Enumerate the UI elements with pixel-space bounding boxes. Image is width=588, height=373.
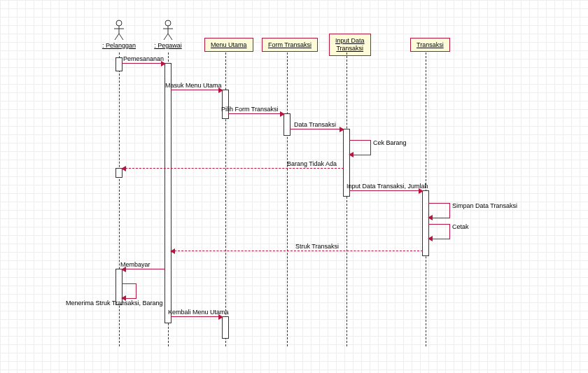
- lifeline-form: [287, 52, 288, 346]
- actor-label: : Pegawai: [147, 42, 189, 49]
- msg-menerima-struk: Menerima Struk Transaksi, Barang: [122, 283, 136, 299]
- msg-struk-transaksi: Struk Transaksi: [171, 251, 423, 251]
- msg-pilih-form-transaksi: Pilih Form Transaksi: [228, 113, 284, 114]
- sequence-diagram: : Pelanggan : Pegawai Menu Utama Form Tr…: [0, 0, 588, 373]
- msg-cek-barang: Cek Barang: [349, 140, 371, 155]
- svg-line-9: [168, 34, 172, 40]
- lifeline-input: [346, 52, 347, 346]
- activation: [422, 190, 429, 256]
- msg-cetak: Cetak: [428, 224, 450, 239]
- object-menu-utama: Menu Utama: [204, 38, 253, 52]
- actor-pegawai: : Pegawai: [147, 20, 189, 49]
- object-label-line1: Input Data: [335, 37, 365, 44]
- msg-label: Menerima Struk Transaksi, Barang: [66, 300, 163, 307]
- msg-input-data-transaksi-jumlah: Input Data Transaksi, Jumlah: [349, 190, 423, 191]
- msg-label: Barang Tidak Ada: [287, 160, 337, 167]
- msg-label: Pilih Form Transaksi: [221, 106, 279, 113]
- msg-masuk-menu-utama: Masuk Menu Utama: [171, 90, 223, 90]
- msg-label: Pemesananan: [123, 55, 164, 62]
- actor-pelanggan: : Pelanggan: [98, 20, 140, 49]
- svg-line-8: [164, 34, 168, 40]
- activation: [222, 90, 229, 119]
- object-label-line2: Transaksi: [336, 45, 363, 52]
- activation: [115, 57, 122, 71]
- stick-figure-icon: [162, 20, 174, 41]
- object-transaksi: Transaksi: [410, 38, 450, 52]
- msg-label: Cek Barang: [373, 139, 407, 146]
- msg-kembali-menu-utama: Kembali Menu Utama: [171, 316, 223, 317]
- msg-simpan-data-transaksi: Simpan Data Transaksi: [428, 203, 450, 218]
- stick-figure-icon: [113, 20, 125, 41]
- svg-point-0: [116, 20, 122, 26]
- msg-label: Cetak: [452, 223, 469, 230]
- msg-data-transaksi: Data Transaksi: [290, 129, 344, 129]
- msg-label: Simpan Data Transaksi: [452, 202, 517, 209]
- actor-label: : Pelanggan: [98, 42, 140, 49]
- msg-pemesananan: Pemesananan: [122, 63, 165, 64]
- msg-label: Data Transaksi: [294, 121, 336, 128]
- msg-barang-tidak-ada: Barang Tidak Ada: [122, 168, 344, 169]
- svg-point-5: [165, 20, 171, 26]
- activation: [164, 63, 172, 323]
- svg-line-3: [115, 34, 119, 40]
- object-form-transaksi: Form Transaksi: [262, 38, 318, 52]
- msg-label: Struk Transaksi: [295, 243, 339, 250]
- msg-label: Input Data Transaksi, Jumlah: [346, 183, 428, 190]
- svg-line-4: [119, 34, 123, 40]
- msg-label: Masuk Menu Utama: [165, 82, 222, 89]
- msg-membayar: Membayar: [122, 269, 165, 269]
- object-input-data-transaksi: Input Data Transaksi: [329, 34, 371, 56]
